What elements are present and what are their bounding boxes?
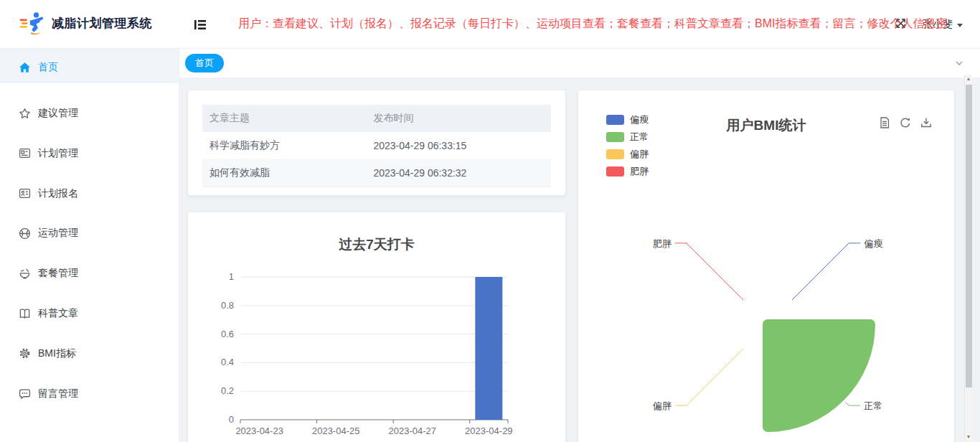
col-article-title: 文章主题 — [202, 105, 366, 132]
tab-home[interactable]: 首页 — [185, 54, 224, 72]
tab-overflow-chevron-icon[interactable] — [954, 58, 964, 68]
save-image-icon[interactable] — [920, 116, 933, 129]
pie-label-line — [675, 349, 743, 405]
sidebar-item-label: 计划管理 — [38, 147, 78, 160]
plan-card-icon — [18, 147, 31, 160]
scroll-up-arrow[interactable]: ▲ — [965, 75, 972, 83]
sidebar-item-label: 留言管理 — [38, 387, 78, 400]
legend-swatch — [606, 149, 624, 159]
bar-y-tick-label: 0.6 — [221, 329, 234, 339]
sidebar-item-plan-signup[interactable]: 计划报名 — [0, 185, 179, 202]
sidebar-item-meals[interactable]: 套餐管理 — [0, 265, 179, 282]
bar-x-tick-label: 2023-04-25 — [312, 425, 360, 436]
legend-label: 偏瘦 — [630, 113, 649, 126]
table-row: 如何有效减脂2023-04-29 06:32:32 — [202, 159, 551, 187]
pie-legend: 偏瘦正常偏胖肥胖 — [606, 115, 649, 177]
meal-bowl-icon — [18, 267, 31, 280]
legend-item-偏胖[interactable]: 偏胖 — [606, 149, 649, 159]
chat-icon — [18, 387, 31, 400]
article-title-cell: 如何有效减脂 — [202, 159, 366, 187]
top-header: 减脂计划管理系统 用户：查看建议、计划（报名）、报名记录（每日打卡）、运动项目查… — [0, 0, 980, 49]
app-window: 减脂计划管理系统 用户：查看建议、计划（报名）、报名记录（每日打卡）、运动项目查… — [0, 0, 980, 442]
legend-label: 正常 — [630, 131, 649, 144]
pie-slice-label: 正常 — [864, 400, 882, 411]
sidebar-item-home[interactable]: 首页 — [0, 49, 179, 83]
scrollbar-thumb[interactable] — [966, 85, 972, 387]
legend-swatch — [606, 166, 624, 177]
collapse-menu-icon[interactable] — [194, 19, 207, 30]
col-publish-time: 发布时间 — [366, 105, 551, 132]
sidebar-item-label: 科普文章 — [38, 307, 78, 320]
bmi-chart-panel: 偏瘦正常偏胖肥胖 用户BMI统计 偏瘦正常偏胖肥胖 — [578, 90, 954, 442]
bar-x-tick-label: 2023-04-29 — [465, 425, 513, 436]
pie-label-line — [792, 243, 860, 300]
bar-y-tick-label: 0.8 — [221, 300, 234, 311]
legend-label: 肥胖 — [630, 165, 649, 178]
articles-table: 文章主题 发布时间 科学减脂有妙方2023-04-29 06:33:15如何有效… — [202, 105, 551, 187]
tab-bar: 首页 — [179, 49, 980, 77]
sidebar-item-bmi[interactable]: BMI指标 — [0, 345, 179, 362]
pie-slice-正常[interactable] — [768, 324, 870, 427]
star-icon — [18, 107, 31, 120]
bar-y-tick-label: 0 — [229, 414, 234, 425]
sidebar-item-label: 运动管理 — [38, 227, 78, 240]
sidebar-item-articles[interactable]: 科普文章 — [0, 305, 179, 322]
sidebar-item-label: BMI指标 — [38, 347, 76, 360]
signup-card-icon — [18, 187, 31, 200]
legend-item-正常[interactable]: 正常 — [606, 132, 649, 142]
pie-label-line — [845, 402, 860, 405]
legend-item-偏瘦[interactable]: 偏瘦 — [606, 115, 649, 125]
sidebar-item-messages[interactable]: 留言管理 — [0, 385, 179, 403]
sidebar-nav: 首页建议管理计划管理计划报名运动管理套餐管理科普文章BMI指标留言管理 — [0, 49, 179, 442]
home-icon — [18, 61, 31, 74]
app-title: 减脂计划管理系统 — [52, 15, 152, 32]
legend-swatch — [606, 132, 624, 142]
user-notice-marquee: 用户：查看建议、计划（报名）、报名记录（每日打卡）、运动项目查看；套餐查看；科普… — [238, 17, 947, 32]
publish-time-cell: 2023-04-29 06:32:32 — [366, 159, 551, 187]
app-logo: 减脂计划管理系统 — [19, 9, 152, 37]
legend-label: 偏胖 — [630, 148, 649, 161]
data-view-icon[interactable] — [878, 116, 891, 129]
bar-y-tick-label: 1 — [229, 271, 234, 282]
book-icon — [18, 307, 31, 320]
pie-slice-label: 偏瘦 — [863, 238, 882, 249]
legend-swatch — [606, 115, 624, 125]
articles-panel: 文章主题 发布时间 科学减脂有妙方2023-04-29 06:33:15如何有效… — [188, 90, 565, 195]
sidebar-item-sports[interactable]: 运动管理 — [0, 225, 179, 242]
bar-y-tick-label: 0.4 — [221, 357, 234, 367]
gear-icon — [18, 347, 31, 360]
table-row: 科学减脂有妙方2023-04-29 06:33:15 — [202, 132, 551, 159]
chart-toolbox — [878, 116, 933, 129]
pie-label-line — [675, 243, 743, 300]
vertical-scrollbar[interactable]: ▲ ▼ — [964, 75, 972, 442]
bar-checkin — [475, 277, 502, 420]
user-dropdown-caret[interactable] — [957, 24, 963, 27]
bar-chart-title: 过去7天打卡 — [188, 235, 565, 254]
runner-logo-icon — [19, 9, 46, 37]
article-title-cell: 科学减脂有妙方 — [202, 132, 366, 159]
sidebar-item-label: 首页 — [38, 61, 58, 74]
sidebar-item-label: 套餐管理 — [38, 267, 78, 280]
bar-x-tick-label: 2023-04-27 — [389, 425, 437, 436]
bar-x-tick-label: 2023-04-23 — [235, 425, 283, 436]
sidebar-item-plans[interactable]: 计划管理 — [0, 145, 179, 162]
legend-item-肥胖[interactable]: 肥胖 — [606, 166, 649, 177]
scroll-down-arrow[interactable]: ▼ — [965, 433, 972, 441]
sidebar-item-label: 计划报名 — [38, 187, 78, 200]
checkin-chart-panel: 过去7天打卡 00.20.40.60.812023-04-232023-04-2… — [188, 212, 565, 442]
bar-y-tick-label: 0.2 — [221, 385, 234, 396]
articles-header-row: 文章主题 发布时间 — [202, 105, 551, 132]
publish-time-cell: 2023-04-29 06:33:15 — [366, 132, 551, 159]
pie-slice-label: 偏胖 — [652, 400, 672, 411]
ball-icon — [18, 227, 31, 240]
sidebar-item-suggestions[interactable]: 建议管理 — [0, 105, 179, 122]
sidebar-item-label: 建议管理 — [38, 107, 78, 120]
pie-slice-label: 肥胖 — [653, 238, 672, 249]
restore-icon[interactable] — [899, 116, 912, 129]
